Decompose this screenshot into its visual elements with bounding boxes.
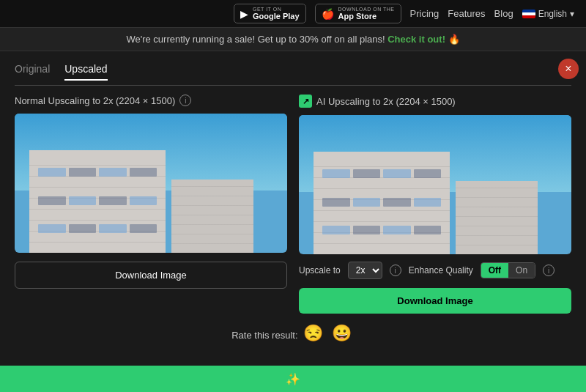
blog-link[interactable]: Blog	[494, 8, 513, 19]
left-panel: Normal Upscaling to 2x (2204 × 1500) i	[15, 95, 287, 314]
window	[383, 169, 411, 178]
right-panel-controls: Upscale to 2x 4x i Enhance Quality Off O…	[299, 262, 571, 279]
window	[414, 169, 442, 178]
window	[322, 169, 350, 178]
window	[69, 168, 97, 177]
window	[38, 224, 66, 233]
footer-icon: ✨	[286, 372, 300, 386]
right-download-button[interactable]: Download Image	[299, 288, 571, 314]
toggle-off-button[interactable]: Off	[481, 263, 508, 278]
apple-icon: 🍎	[322, 8, 334, 20]
right-building-main	[314, 152, 450, 254]
navbar: ▶ GET IT ON Google Play 🍎 Download on th…	[0, 0, 586, 28]
window	[322, 198, 350, 207]
panels-row: Normal Upscaling to 2x (2204 × 1500) i	[15, 95, 571, 314]
window	[99, 196, 127, 205]
window	[383, 226, 411, 234]
enhance-toggle-group: Off On	[481, 262, 535, 278]
language-label: English	[538, 9, 567, 19]
left-panel-image	[15, 114, 287, 253]
thumbs-down-emoji[interactable]: 😒	[303, 324, 323, 342]
window	[322, 226, 350, 234]
right-panel-title: ↗ AI Upscaling to 2x (2204 × 1500)	[299, 95, 571, 108]
sale-banner: We're currently running a sale! Get up t…	[0, 28, 586, 51]
app-store-badge[interactable]: 🍎 Download on the App Store	[315, 4, 401, 24]
google-play-icon: ▶	[240, 8, 248, 20]
left-download-button[interactable]: Download Image	[15, 262, 287, 289]
right-buildings	[299, 164, 571, 255]
left-building-secondary	[171, 180, 253, 253]
window	[383, 198, 411, 207]
window	[69, 196, 97, 205]
window	[38, 196, 66, 205]
language-selector[interactable]: English ▾	[522, 9, 574, 19]
upscale-select[interactable]: 2x 4x	[348, 262, 382, 279]
left-panel-title: Normal Upscaling to 2x (2204 × 1500) i	[15, 95, 287, 106]
google-play-badge[interactable]: ▶ GET IT ON Google Play	[234, 4, 306, 24]
footer-bar: ✨	[0, 366, 586, 392]
right-panel-image	[299, 115, 571, 254]
window	[38, 168, 66, 177]
left-building-main	[29, 150, 166, 253]
tabs: Original Upscaled	[15, 63, 571, 86]
window	[69, 224, 97, 233]
window	[353, 226, 381, 234]
toggle-on-button[interactable]: On	[508, 263, 535, 278]
google-play-main-label: Google Play	[253, 12, 300, 21]
flag-icon	[522, 10, 535, 18]
main-container: × Original Upscaled Normal Upscaling to …	[0, 51, 586, 360]
upscale-info-icon[interactable]: i	[390, 265, 401, 276]
right-panel-title-text: AI Upscaling to 2x (2204 × 1500)	[316, 96, 456, 107]
sale-cta-link[interactable]: Check it out! 🔥	[387, 34, 459, 45]
features-link[interactable]: Features	[448, 8, 485, 19]
window	[414, 226, 442, 234]
tab-upscaled[interactable]: Upscaled	[64, 63, 107, 81]
right-panel: ↗ AI Upscaling to 2x (2204 × 1500)	[299, 95, 571, 314]
left-building-scene	[15, 114, 287, 253]
thumbs-up-emoji[interactable]: 😀	[332, 324, 352, 342]
tab-original[interactable]: Original	[15, 63, 50, 81]
upscale-to-label: Upscale to	[299, 265, 341, 275]
left-buildings	[15, 163, 287, 254]
sale-text: We're currently running a sale! Get up t…	[126, 34, 385, 45]
google-play-small-label: GET IT ON	[253, 7, 300, 12]
right-building-scene	[299, 115, 571, 254]
window	[353, 169, 381, 178]
right-windows	[319, 166, 444, 254]
window	[99, 168, 127, 177]
chevron-down-icon: ▾	[570, 9, 574, 19]
rating-row: Rate this result: 😒 😀	[15, 314, 571, 349]
ai-upscale-icon: ↗	[299, 95, 312, 108]
pricing-link[interactable]: Pricing	[410, 8, 440, 19]
close-button[interactable]: ×	[558, 59, 579, 79]
app-store-small-label: Download on the	[338, 7, 395, 12]
window	[130, 224, 157, 233]
window	[130, 168, 157, 177]
window	[130, 196, 157, 205]
window	[99, 224, 127, 233]
left-windows	[35, 165, 160, 253]
window	[414, 198, 442, 207]
enhance-info-icon[interactable]: i	[543, 265, 555, 276]
window	[353, 198, 381, 207]
left-panel-title-text: Normal Upscaling to 2x (2204 × 1500)	[15, 95, 175, 106]
app-store-main-label: App Store	[338, 12, 395, 21]
left-panel-info-icon[interactable]: i	[179, 95, 191, 106]
enhance-quality-label: Enhance Quality	[409, 265, 473, 275]
right-building-secondary	[456, 181, 538, 254]
rating-label: Rate this result:	[231, 330, 297, 341]
